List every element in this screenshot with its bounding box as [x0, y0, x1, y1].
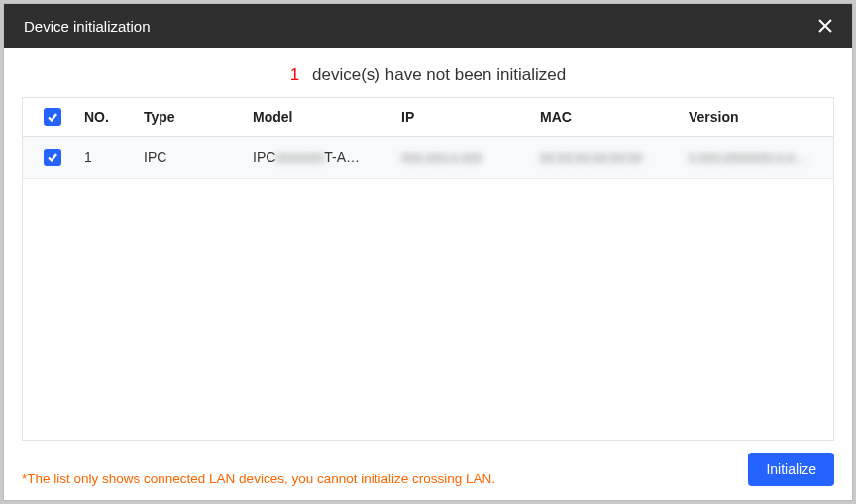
header-ip: IP — [393, 98, 532, 137]
close-icon[interactable] — [816, 17, 834, 35]
table-header-row: NO. Type Model IP MAC Version — [23, 98, 833, 137]
row-checkbox[interactable] — [44, 149, 61, 166]
header-mac: MAC — [532, 98, 681, 137]
table-row[interactable]: 1 IPC IPCxxxxxxxT-A… xxx.xxx.x.xxx xx:xx… — [23, 137, 833, 179]
cell-no: 1 — [76, 137, 136, 179]
select-all-checkbox[interactable] — [44, 108, 61, 126]
cell-model-prefix: IPC — [253, 150, 275, 165]
header-no: NO. — [76, 98, 136, 137]
modal-content: 1 device(s) have not been initialized NO… — [4, 48, 852, 500]
uninitialized-count: 1 — [290, 65, 299, 84]
cell-ip: xxx.xxx.x.xxx — [393, 137, 532, 179]
cell-version-value: x.xxx.xxxxxxx.x.x… — [689, 150, 808, 165]
cell-mac-value: xx:xx:xx:xx:xx:xx — [540, 150, 642, 165]
cell-model: IPCxxxxxxxT-A… — [245, 137, 393, 179]
row-checkbox-cell — [23, 137, 76, 179]
cell-model-redacted: xxxxxxx — [275, 150, 324, 165]
header-model: Model — [245, 98, 393, 137]
device-initialization-modal: Device initialization 1 device(s) have n… — [3, 3, 853, 501]
device-table-container: NO. Type Model IP MAC Version — [22, 97, 834, 441]
cell-mac: xx:xx:xx:xx:xx:xx — [532, 137, 681, 179]
footer-note: *The list only shows connected LAN devic… — [22, 471, 495, 486]
cell-type: IPC — [136, 137, 245, 179]
header-type: Type — [136, 98, 245, 137]
initialize-button[interactable]: Initialize — [748, 453, 834, 486]
cell-model-suffix: T-A… — [324, 150, 360, 165]
modal-header: Device initialization — [4, 4, 852, 48]
header-checkbox-cell — [23, 98, 76, 137]
uninitialized-text: device(s) have not been initialized — [312, 65, 566, 84]
modal-footer: *The list only shows connected LAN devic… — [22, 441, 834, 486]
uninitialized-notice: 1 device(s) have not been initialized — [22, 65, 834, 85]
device-table: NO. Type Model IP MAC Version — [23, 98, 833, 179]
cell-version: x.xxx.xxxxxxx.x.x… — [681, 137, 833, 179]
header-version: Version — [681, 98, 833, 137]
cell-ip-value: xxx.xxx.x.xxx — [401, 150, 482, 165]
modal-title: Device initialization — [24, 18, 151, 35]
